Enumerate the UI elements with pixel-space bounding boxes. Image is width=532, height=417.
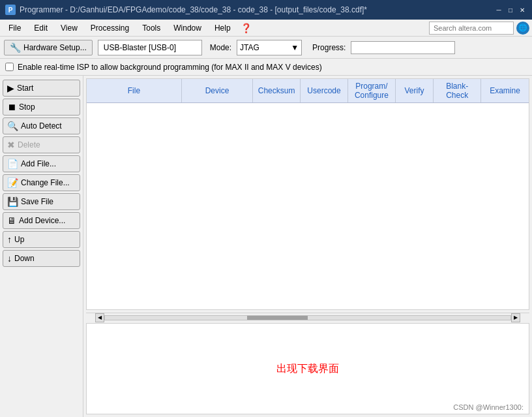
menu-window[interactable]: Window — [168, 22, 207, 35]
sidebar: ▶ Start ⏹ Stop 🔍 Auto Detect ✖ Delete 📄 … — [0, 76, 83, 417]
scroll-right-button[interactable]: ▶ — [511, 313, 520, 322]
up-label: Up — [14, 235, 24, 244]
progress-label: Progress: — [312, 43, 346, 52]
auto-detect-label: Auto Detect — [21, 121, 62, 131]
isp-checkbox-row: Enable real-time ISP to allow background… — [0, 59, 532, 76]
minimize-button[interactable]: ─ — [494, 5, 503, 14]
menu-edit[interactable]: Edit — [28, 22, 53, 35]
save-file-icon: 💾 — [7, 196, 18, 207]
auto-detect-icon: 🔍 — [7, 121, 18, 131]
search-area: 🌐 — [429, 22, 529, 35]
up-icon: ↑ — [7, 234, 12, 245]
window-title: Programmer - D:/Ganhui/EDA/FPGAdemo/code… — [20, 5, 367, 14]
add-device-button[interactable]: 🖥 Add Device... — [3, 212, 80, 229]
add-file-label: Add File... — [21, 159, 56, 168]
save-file-button[interactable]: 💾 Save File — [3, 193, 80, 210]
h-scrollbar-thumb — [247, 316, 308, 320]
menu-tools[interactable]: Tools — [136, 22, 166, 35]
title-bar: P Programmer - D:/Ganhui/EDA/FPGAdemo/co… — [0, 0, 532, 20]
close-button[interactable]: ✕ — [518, 5, 527, 14]
start-icon: ▶ — [7, 83, 14, 93]
save-file-label: Save File — [21, 197, 53, 206]
lower-panel-text: 出现下载界面 — [276, 362, 339, 376]
isp-label: Enable real-time ISP to allow background… — [18, 63, 322, 72]
menu-file[interactable]: File — [3, 22, 27, 35]
mode-value: JTAG — [240, 43, 259, 52]
title-bar-left: P Programmer - D:/Ganhui/EDA/FPGAdemo/co… — [5, 5, 367, 15]
up-button[interactable]: ↑ Up — [3, 231, 80, 248]
table-header: File Device Checksum Usercode Program/ C… — [87, 79, 529, 103]
table-body[interactable] — [87, 103, 529, 309]
add-device-label: Add Device... — [19, 216, 65, 225]
hardware-setup-button[interactable]: 🔧 Hardware Setup... — [4, 40, 93, 55]
menu-processing[interactable]: Processing — [85, 22, 135, 35]
col-blank-check: Blank- Check — [434, 79, 481, 102]
col-program: Program/ Configure — [348, 79, 396, 102]
col-device: Device — [182, 79, 253, 102]
add-file-button[interactable]: 📄 Add File... — [3, 155, 80, 172]
col-file: File — [87, 79, 182, 102]
h-scrollbar-track[interactable] — [104, 315, 511, 320]
search-globe-icon[interactable]: 🌐 — [516, 22, 529, 35]
horizontal-scrollbar-area: ◀ ▶ — [86, 313, 529, 322]
change-file-button[interactable]: 📝 Change File... — [3, 174, 80, 191]
down-label: Down — [14, 254, 35, 263]
stop-label: Stop — [19, 102, 35, 112]
mode-dropdown-arrow: ▼ — [291, 43, 299, 52]
add-device-icon: 🖥 — [7, 215, 16, 226]
hardware-icon: 🔧 — [10, 42, 21, 53]
progress-bar — [351, 41, 455, 54]
auto-detect-button[interactable]: 🔍 Auto Detect — [3, 117, 80, 134]
content-area: File Device Checksum Usercode Program/ C… — [83, 76, 532, 417]
watermark: CSDN @Winner1300: — [453, 403, 524, 411]
help-icon: ❓ — [241, 23, 252, 33]
maximize-button[interactable]: □ — [506, 5, 515, 14]
mode-label: Mode: — [210, 43, 231, 52]
hardware-setup-label: Hardware Setup... — [23, 43, 87, 52]
usb-blaster-display[interactable]: USB-Blaster [USB-0] — [98, 40, 202, 55]
change-file-label: Change File... — [21, 178, 70, 187]
lower-panel: 出现下载界面 CSDN @Winner1300: — [86, 323, 529, 414]
menu-bar: File Edit View Processing Tools Window H… — [0, 20, 532, 37]
scroll-left-button[interactable]: ◀ — [95, 313, 104, 322]
stop-button[interactable]: ⏹ Stop — [3, 99, 80, 116]
start-button[interactable]: ▶ Start — [3, 80, 80, 97]
isp-checkbox[interactable] — [5, 63, 14, 71]
down-icon: ↓ — [7, 253, 12, 264]
delete-label: Delete — [18, 140, 40, 149]
title-controls: ─ □ ✕ — [494, 5, 527, 14]
delete-icon: ✖ — [7, 140, 15, 150]
col-usercode: Usercode — [301, 79, 348, 102]
change-file-icon: 📝 — [7, 178, 18, 188]
col-verify: Verify — [396, 79, 434, 102]
start-label: Start — [17, 84, 33, 93]
stop-icon: ⏹ — [7, 102, 16, 112]
search-input[interactable] — [429, 22, 514, 35]
app-icon: P — [5, 5, 16, 15]
delete-button[interactable]: ✖ Delete — [3, 136, 80, 153]
col-checksum: Checksum — [253, 79, 301, 102]
main-area: ▶ Start ⏹ Stop 🔍 Auto Detect ✖ Delete 📄 … — [0, 76, 532, 417]
programmer-table: File Device Checksum Usercode Program/ C… — [86, 78, 529, 310]
add-file-icon: 📄 — [7, 159, 18, 169]
down-button[interactable]: ↓ Down — [3, 250, 80, 267]
toolbar: 🔧 Hardware Setup... USB-Blaster [USB-0] … — [0, 37, 532, 59]
mode-select[interactable]: JTAG ▼ — [237, 40, 302, 55]
col-examine: Examine — [481, 79, 529, 102]
menu-help[interactable]: Help — [209, 22, 237, 35]
menu-view[interactable]: View — [55, 22, 83, 35]
